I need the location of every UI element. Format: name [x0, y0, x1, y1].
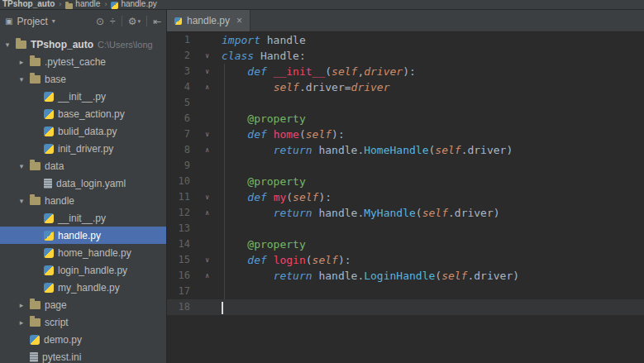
chevron-expanded-icon[interactable]: ▾: [17, 75, 26, 84]
project-panel-title[interactable]: Project: [17, 16, 47, 27]
editor-line-10[interactable]: 10 @property: [167, 174, 644, 189]
code-token: self: [422, 207, 448, 219]
editor-line-16[interactable]: 16∧ return handle.LoginHandle(self.drive…: [167, 268, 644, 284]
editor-line-1[interactable]: 1import handle: [167, 32, 644, 48]
editor-line-8[interactable]: 8∧ return handle.HomeHandle(self.driver): [167, 142, 644, 158]
tree-item-init-driver-py[interactable]: init_driver.py: [0, 140, 166, 157]
tree-item-home-handle-py[interactable]: home_handle.py: [0, 244, 166, 261]
breadcrumb-item-handle[interactable]: handle: [65, 0, 100, 9]
editor-line-6[interactable]: 6 @property: [167, 111, 644, 127]
editor-line-4[interactable]: 4∧ self.driver=driver: [167, 79, 644, 95]
editor-line-17[interactable]: 17: [167, 284, 644, 299]
fold-marker-icon[interactable]: ∧: [190, 268, 215, 284]
code-token: LoginHandle: [364, 270, 435, 282]
editor-line-2[interactable]: 2∨class Handle:: [167, 48, 644, 64]
editor-line-15[interactable]: 15∨ def login(self):: [167, 252, 644, 268]
gutter: 11∨: [167, 189, 215, 205]
tree-item-pytest-cache[interactable]: ▸.pytest_cache: [0, 53, 166, 70]
gutter: 7∨: [167, 127, 215, 142]
tree-item-handle[interactable]: ▾handle: [0, 192, 166, 209]
tree-item-script[interactable]: ▸script: [0, 313, 166, 331]
code-token: .driver): [448, 207, 500, 219]
tree-item-pytest-ini[interactable]: pytest.ini: [0, 348, 166, 363]
editor-line-9[interactable]: 9: [167, 158, 644, 174]
editor-line-12[interactable]: 12∧ return handle.MyHandle(self.driver): [167, 205, 644, 221]
gutter: 2∨: [167, 48, 215, 64]
folder-icon: [30, 162, 41, 170]
code-token: self: [435, 144, 460, 156]
tree-item-init-py[interactable]: __init__.py: [0, 88, 166, 105]
gutter: 1: [167, 32, 215, 48]
folder-icon: [16, 41, 26, 49]
locate-file-icon[interactable]: ⊙: [96, 16, 104, 27]
panel-header-icons: ⊙÷⚙▾⇤: [96, 16, 161, 27]
collapse-all-icon[interactable]: ÷: [110, 16, 116, 27]
tree-item-label: data_login.yaml: [56, 178, 126, 189]
line-number: 2: [167, 48, 190, 64]
editor-line-14[interactable]: 14 @property: [167, 236, 644, 252]
tree-item-base[interactable]: ▾base: [0, 70, 166, 88]
chevron-down-icon[interactable]: ▾: [52, 17, 55, 25]
editor-line-7[interactable]: 7∨ def home(self):: [167, 127, 644, 142]
fold-marker-icon[interactable]: ∨: [190, 48, 215, 64]
fold-spacer: [190, 174, 215, 189]
chevron-down-icon: ▾: [137, 18, 141, 25]
tree-item-label: page: [45, 299, 67, 311]
code-token: self: [332, 65, 357, 78]
settings-gear-icon[interactable]: ⚙▾: [128, 16, 141, 27]
editor-line-11[interactable]: 11∨ def my(self):: [167, 189, 644, 205]
editor-area: handle.py × 1import handle2∨class Handle…: [167, 10, 644, 363]
code-token: ):: [318, 191, 332, 203]
fold-marker-icon[interactable]: ∧: [190, 205, 215, 221]
editor-line-5[interactable]: 5: [167, 95, 644, 111]
chevron-collapsed-icon[interactable]: ▸: [17, 58, 26, 66]
breadcrumb-separator: ›: [59, 0, 61, 9]
tree-item-handle-py[interactable]: handle.py: [0, 227, 166, 244]
tree-item-login-handle-py[interactable]: login_handle.py: [0, 261, 166, 279]
code-token: [222, 81, 274, 93]
code-editor[interactable]: 1import handle2∨class Handle:3∨ def __in…: [167, 32, 644, 363]
tree-item-init-py[interactable]: __init__.py: [0, 209, 166, 227]
chevron-collapsed-icon[interactable]: ▸: [17, 301, 26, 309]
breadcrumb-item-handle-py[interactable]: handle.py: [111, 0, 156, 9]
tree-item-my-handle-py[interactable]: my_handle.py: [0, 279, 166, 296]
breadcrumb-separator: ›: [104, 0, 107, 9]
breadcrumb-item-tpshop-auto[interactable]: TPshop_auto: [2, 0, 55, 9]
fold-marker-icon[interactable]: ∨: [190, 189, 215, 205]
tree-item-bulid-data-py[interactable]: bulid_data.py: [0, 122, 166, 140]
close-icon[interactable]: ×: [236, 15, 242, 26]
tree-item-label: base_action.py: [58, 108, 125, 120]
chevron-expanded-icon[interactable]: ▾: [17, 162, 26, 170]
tree-item-page[interactable]: ▸page: [0, 296, 166, 313]
tree-item-tpshop-auto[interactable]: ▾TPshop_autoC:\Users\long: [0, 36, 166, 53]
tree-item-demo-py[interactable]: demo.py: [0, 331, 166, 348]
fold-spacer: [190, 299, 215, 315]
hide-panel-icon[interactable]: ⇤: [153, 16, 161, 27]
code-text: def login(self):: [215, 252, 644, 268]
tree-item-data[interactable]: ▾data: [0, 157, 166, 174]
chevron-expanded-icon[interactable]: ▾: [17, 197, 26, 205]
fold-marker-icon[interactable]: ∧: [190, 142, 215, 158]
code-token: handle.: [318, 207, 364, 219]
chevron-collapsed-icon[interactable]: ▸: [17, 318, 26, 327]
code-token: self: [274, 81, 299, 93]
tree-item-data-login-yaml[interactable]: data_login.yaml: [0, 174, 166, 192]
tree-item-base-action-py[interactable]: base_action.py: [0, 105, 166, 122]
editor-line-13[interactable]: 13: [167, 221, 644, 236]
code-text: @property: [215, 236, 644, 252]
tree-item-label: home_handle.py: [58, 247, 131, 259]
code-token: @property: [247, 238, 305, 251]
chevron-expanded-icon[interactable]: ▾: [3, 41, 12, 49]
gutter: 13: [167, 221, 215, 236]
fold-marker-icon[interactable]: ∨: [190, 127, 215, 142]
fold-marker-icon[interactable]: ∧: [190, 79, 215, 95]
editor-line-3[interactable]: 3∨ def __init__(self,driver):: [167, 64, 644, 79]
main-layout: ▣ Project ▾ ⊙÷⚙▾⇤ ▾TPshop_autoC:\Users\l…: [0, 10, 644, 363]
python-file-icon: [44, 127, 54, 136]
fold-marker-icon[interactable]: ∨: [190, 64, 215, 79]
tree-item-label: base: [45, 74, 66, 85]
tab-handle-py[interactable]: handle.py ×: [167, 10, 250, 31]
code-text: [215, 299, 644, 315]
fold-marker-icon[interactable]: ∨: [190, 252, 215, 268]
editor-line-18[interactable]: 18: [167, 299, 644, 315]
